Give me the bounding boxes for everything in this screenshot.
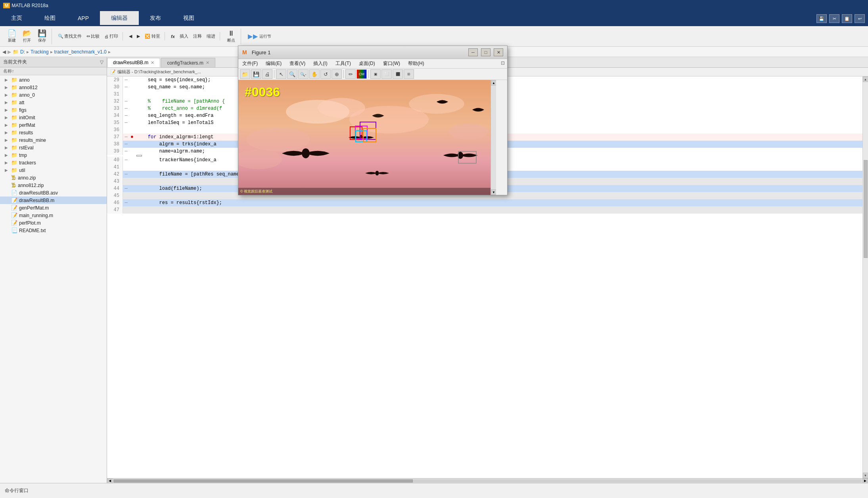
insert-button[interactable]: 插入 [178,32,190,40]
list-item[interactable]: 📝 perfPlot.m [0,219,107,227]
save-icon: 💾 [38,30,46,37]
list-item[interactable]: ▶ 📁 anno_0 [0,91,107,99]
fig-subplot2-btn[interactable]: ⬜ [381,69,392,79]
fig-menu-view[interactable]: 查看(V) [286,59,309,68]
list-item[interactable]: ▶ 📁 tmp [0,151,107,159]
editor-vscrollbar[interactable]: ▲ ▼ [862,76,868,478]
list-item[interactable]: ▶ 📁 initOmit [0,114,107,121]
list-item[interactable]: ▶ 📁 results [0,129,107,136]
fig-menu-help[interactable]: 帮助(H) [404,59,428,68]
menu-view[interactable]: 视图 [172,11,205,26]
canvas-scroll-down[interactable]: ▼ [491,189,496,195]
goto-button[interactable]: 🔀 转至 [143,32,162,40]
list-item[interactable]: ▶ 📁 figs [0,106,107,114]
fx-button[interactable]: fx [169,33,177,40]
menu-home[interactable]: 主页 [0,11,33,26]
fig-select-btn[interactable]: ↖ [276,69,286,79]
fig-menu-desktop[interactable]: 桌面(D) [355,59,379,68]
menu-app[interactable]: APP [67,11,100,26]
back-button[interactable]: ◀ [127,32,134,40]
fig-brush-btn[interactable]: ✏ [345,69,356,79]
menu-editor[interactable]: 编辑器 [100,11,139,26]
fig-menu-insert[interactable]: 插入(I) [309,59,331,68]
list-item[interactable]: 📃 README.txt [0,227,107,234]
breadcrumb-benchmark[interactable]: tracker_benchmark_v1.0 [54,49,107,55]
forward-button[interactable]: ▶ [135,32,142,40]
save-file-button[interactable]: 💾 保存 [35,29,49,44]
new-button[interactable]: 📄 新建 [5,29,19,44]
fig-pan-btn[interactable]: ✋ [309,69,320,79]
scroll-up-button[interactable]: ▲ [863,76,868,82]
comment-button[interactable]: 注释 [191,32,204,40]
print-button[interactable]: 🖨 打印 [102,32,120,40]
tab-close-icon[interactable]: ✕ [151,60,154,65]
list-item[interactable]: ▶ 📁 anno [0,76,107,84]
list-item[interactable]: ▶ 📁 att [0,99,107,106]
code-line-46: 46 — res = results{rstIdx}; [107,199,862,206]
compare-button[interactable]: ⇔ 比较 [84,32,102,40]
breadcrumb-d[interactable]: D: [20,49,25,55]
canvas-vscrollbar[interactable]: ▲ ▼ [491,80,496,195]
minimize-button[interactable]: ─ [468,48,478,56]
fig-open-btn[interactable]: 📁 [240,69,250,79]
maximize-button[interactable]: □ [481,48,491,56]
fig-menu-tools[interactable]: 工具(T) [331,59,355,68]
scroll-thumb[interactable] [864,160,868,258]
list-item[interactable]: 📄 drawResultBB.asv [0,189,107,197]
undo-btn[interactable]: ↩ [855,14,865,23]
tab-close-icon[interactable]: ✕ [206,60,209,65]
collapse-icon[interactable]: ▽ [100,59,103,65]
nav-forward-icon[interactable]: ▶ [8,49,11,55]
menu-bar: 主页 绘图 APP 编辑器 发布 视图 💾 ✂ 📋 ↩ [0,11,868,26]
find-files-button[interactable]: 🔍 查找文件 [56,32,84,40]
list-item[interactable]: ▶ 📁 perfMat [0,121,107,129]
fig-colormap-btn[interactable]: CM [356,69,367,79]
fig-menu-file[interactable]: 文件(F) [238,59,262,68]
breadcrumb-tracking[interactable]: Tracking [31,49,49,55]
hscroll-thumb[interactable] [113,479,413,483]
fig-datacursor-btn[interactable]: ⊕ [331,69,342,79]
hscroll-left[interactable]: ◀ [107,479,113,483]
editor-hscrollbar[interactable]: ◀ ▶ [107,478,868,483]
fig-zoom-in-btn[interactable]: 🔍 [287,69,297,79]
hscroll-right[interactable]: ▶ [862,479,868,483]
list-item[interactable]: 📝 drawResultBB.m [0,197,107,204]
fig-menu-edit[interactable]: 编辑(E) [262,59,286,68]
paste-btn[interactable]: 📋 [842,14,852,23]
list-item[interactable]: 📝 main_running.m [0,212,107,219]
list-item[interactable]: ▶ 📁 trackers [0,159,107,166]
file-list[interactable]: ▶ 📁 anno ▶ 📁 anno812 ▶ 📁 anno_0 ▶ 📁 att … [0,75,107,483]
close-button[interactable]: ✕ [494,48,503,56]
fig-subplot4-btn[interactable]: ⊞ [404,69,414,79]
list-item[interactable]: ▶ 📁 results_mine [0,136,107,144]
tab-draw-result[interactable]: drawResultBB.m ✕ [107,58,160,67]
fig-rotate-btn[interactable]: ↺ [320,69,331,79]
toolbar: 📄 新建 📂 打开 💾 保存 🔍 查找文件 ⇔ 比较 🖨 打印 ◀ ▶ 🔀 转至 [0,26,868,47]
list-item[interactable]: ▶ 📁 anno812 [0,84,107,91]
list-item[interactable]: 🗜 anno812.zip [0,181,107,189]
indent-button[interactable]: 缩进 [205,32,217,40]
open-button[interactable]: 📂 打开 [20,29,34,44]
fig-subplot1-btn[interactable]: ▣ [370,69,381,79]
figure-dock-icon[interactable]: ⊡ [498,59,507,68]
fig-print-btn[interactable]: 🖨 [262,69,272,79]
breakpoint-button[interactable]: ⏸ 断点 [224,29,238,44]
canvas-scroll-up[interactable]: ▲ [491,80,496,86]
fig-menu-window[interactable]: 窗口(W) [379,59,404,68]
save-btn[interactable]: 💾 [816,14,827,23]
figure-menu-bar: 文件(F) 编辑(E) 查看(V) 插入(I) 工具(T) 桌面(D) 窗口(W… [238,59,507,69]
list-item[interactable]: 🗜 anno.zip [0,174,107,181]
scroll-down-button[interactable]: ▼ [863,473,868,478]
cut-btn[interactable]: ✂ [829,14,839,23]
fig-subplot3-btn[interactable]: ⬛ [393,69,403,79]
menu-plot[interactable]: 绘图 [33,11,67,26]
menu-publish[interactable]: 发布 [139,11,172,26]
nav-back-icon[interactable]: ◀ [2,49,6,55]
tab-config-trackers[interactable]: configTrackers.m ✕ [161,58,215,67]
fig-zoom-out-btn[interactable]: 🔍- [298,69,308,79]
list-item[interactable]: ▶ 📁 rstEval [0,144,107,151]
fig-save-btn[interactable]: 💾 [251,69,261,79]
list-item[interactable]: 📝 genPerfMat.m [0,204,107,212]
run-section-button[interactable]: ▶ ▶ 运行节 [245,31,274,41]
list-item[interactable]: ▶ 📁 util [0,166,107,174]
